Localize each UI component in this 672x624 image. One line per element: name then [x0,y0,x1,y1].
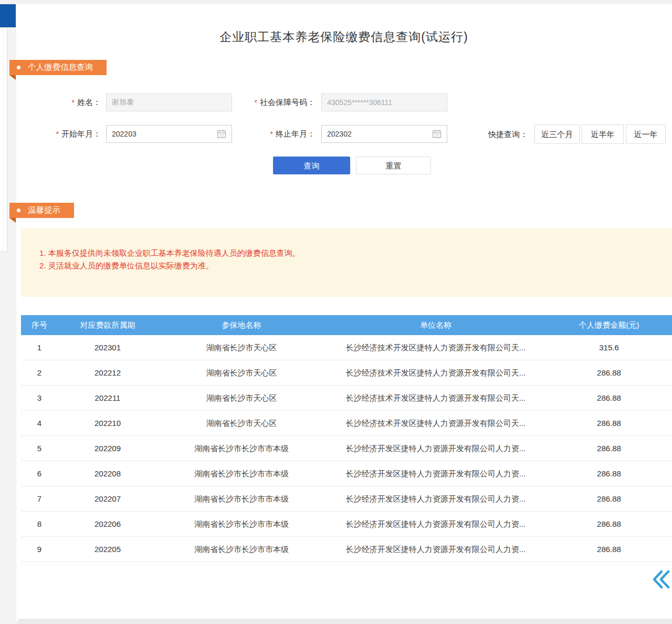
cell-unit-name: 长沙经济开发区捷特人力资源开发有限公司人力资... [326,512,546,536]
table-row: 7 202207 湖南省长沙市长沙市市本级 长沙经济开发区捷特人力资源开发有限公… [21,486,672,512]
cell-amount: 315.6 [546,335,672,360]
header-unit-name: 单位名称 [326,315,546,335]
cell-period: 202211 [58,386,158,410]
cell-unit-name: 长沙经济开发区捷特人力资源开发有限公司人力资... [326,486,546,511]
header-amount: 个人缴费金额(元) [546,315,672,335]
cell-amount: 286.88 [546,512,672,536]
tips-line-1: 1. 本服务仅提供尚未领取企业职工基本养老保险待遇人员的缴费信息查询。 [39,248,300,258]
results-table: 序号 对应费款所属期 参保地名称 单位名称 个人缴费金额(元) 1 202301… [21,315,672,562]
quick-query-oneyear-button[interactable]: 近一年 [626,124,666,144]
header-insured-place: 参保地名称 [158,315,326,335]
cell-insured-place: 湖南省长沙市长沙市市本级 [158,461,326,486]
cell-insured-place: 湖南省长沙市长沙市市本级 [158,512,326,536]
name-input[interactable] [106,93,232,111]
cell-seq: 6 [21,461,58,486]
header-period: 对应费款所属期 [58,315,158,335]
cell-seq: 8 [21,512,58,536]
cell-period: 202205 [58,537,158,561]
cell-insured-place: 湖南省长沙市天心区 [158,386,326,410]
required-mark: * [255,98,257,107]
calendar-icon[interactable] [217,129,226,139]
cell-period: 202208 [58,461,158,486]
page-title: 企业职工基本养老保险缴费信息查询(试运行) [16,29,672,45]
cell-amount: 286.88 [546,461,672,486]
cell-period: 202206 [58,512,158,536]
name-label: *姓名： [52,93,101,111]
ssn-label: *社会保障号码： [236,93,315,111]
cell-amount: 286.88 [546,360,672,385]
table-row: 9 202205 湖南省长沙市长沙市市本级 长沙经济开发区捷特人力资源开发有限公… [21,537,672,562]
start-date-input[interactable] [106,125,232,143]
cell-seq: 5 [21,436,58,461]
required-mark: * [56,130,59,138]
cell-period: 202209 [58,436,158,461]
cell-amount: 286.88 [546,537,672,561]
cell-insured-place: 湖南省长沙市天心区 [158,411,326,435]
cell-amount: 286.88 [546,411,672,435]
ribbon-fold [9,75,16,80]
header-seq: 序号 [21,315,58,335]
cell-insured-place: 湖南省长沙市长沙市市本级 [158,537,326,561]
bullet-dot-icon [17,66,20,69]
cell-seq: 1 [21,335,58,360]
ribbon-fold [9,218,16,223]
tips-notice-box: 1. 本服务仅提供尚未领取企业职工基本养老保险待遇人员的缴费信息查询。 2. 灵… [21,228,672,297]
cell-seq: 2 [21,360,58,385]
reset-button[interactable]: 重置 [356,157,431,174]
table-header-row: 序号 对应费款所属期 参保地名称 单位名称 个人缴费金额(元) [21,315,672,335]
cell-seq: 3 [21,386,58,410]
required-mark: * [72,98,75,107]
double-chevron-left-icon[interactable] [651,568,672,590]
cell-period: 202210 [58,411,158,435]
cell-insured-place: 湖南省长沙市天心区 [158,335,326,360]
cell-amount: 286.88 [546,436,672,461]
cell-insured-place: 湖南省长沙市长沙市市本级 [158,436,326,461]
name-label-text: 姓名： [77,98,101,107]
table-row: 4 202210 湖南省长沙市天心区 长沙经济技术开发区捷特人力资源开发有限公司… [21,411,672,436]
cell-insured-place: 湖南省长沙市长沙市市本级 [158,486,326,511]
end-date-label: *终止年月： [259,125,315,143]
cell-amount: 286.88 [546,486,672,511]
cell-amount: 286.88 [546,386,672,410]
cell-unit-name: 长沙经济技术开发区捷特人力资源开发有限公司天... [326,335,546,360]
quick-query-3months-button[interactable]: 近三个月 [534,124,580,144]
start-date-label-text: 开始年月： [61,129,101,138]
ssn-input[interactable] [321,93,447,111]
query-button[interactable]: 查询 [273,157,350,174]
cell-unit-name: 长沙经济技术开发区捷特人力资源开发有限公司天... [326,386,546,410]
cell-seq: 4 [21,411,58,435]
sidebar-panel-edge [0,29,7,252]
cell-insured-place: 湖南省长沙市天心区 [158,360,326,385]
footer-strip [18,619,672,624]
start-date-label: *开始年月： [45,125,101,143]
cell-period: 202207 [58,486,158,511]
table-row: 3 202211 湖南省长沙市天心区 长沙经济技术开发区捷特人力资源开发有限公司… [21,386,672,411]
section-badge-query-label: 个人缴费信息查询 [28,62,93,73]
quick-query-label: 快捷查询： [488,126,531,143]
table-row: 8 202206 湖南省长沙市长沙市市本级 长沙经济开发区捷特人力资源开发有限公… [21,512,672,537]
end-date-label-text: 终止年月： [276,129,315,138]
section-badge-query: 个人缴费信息查询 [9,60,107,75]
table-row: 6 202208 湖南省长沙市长沙市市本级 长沙经济开发区捷特人力资源开发有限公… [21,461,672,486]
required-mark: * [270,130,273,138]
section-badge-tips: 温馨提示 [9,203,74,218]
calendar-icon[interactable] [432,129,442,139]
cell-unit-name: 长沙经济开发区捷特人力资源开发有限公司人力资... [326,461,546,486]
cell-seq: 9 [21,537,58,561]
ssn-label-text: 社会保障号码： [260,98,315,107]
bullet-dot-icon [17,209,20,212]
cell-unit-name: 长沙经济开发区捷特人力资源开发有限公司人力资... [326,436,546,461]
cell-unit-name: 长沙经济开发区捷特人力资源开发有限公司人力资... [326,537,546,561]
quick-query-halfyear-button[interactable]: 近半年 [582,124,624,144]
corner-blue-block [0,4,16,27]
tips-line-2: 2. 灵活就业人员的缴费单位信息以实际缴费为准。 [39,261,214,271]
cell-unit-name: 长沙经济技术开发区捷特人力资源开发有限公司天... [326,360,546,385]
table-row: 5 202209 湖南省长沙市长沙市市本级 长沙经济开发区捷特人力资源开发有限公… [21,436,672,461]
table-row: 1 202301 湖南省长沙市天心区 长沙经济技术开发区捷特人力资源开发有限公司… [21,335,672,360]
cell-seq: 7 [21,486,58,511]
table-row: 2 202212 湖南省长沙市天心区 长沙经济技术开发区捷特人力资源开发有限公司… [21,360,672,386]
section-badge-tips-label: 温馨提示 [28,205,60,216]
cell-period: 202212 [58,360,158,385]
cell-period: 202301 [58,335,158,360]
end-date-input[interactable] [321,125,447,143]
